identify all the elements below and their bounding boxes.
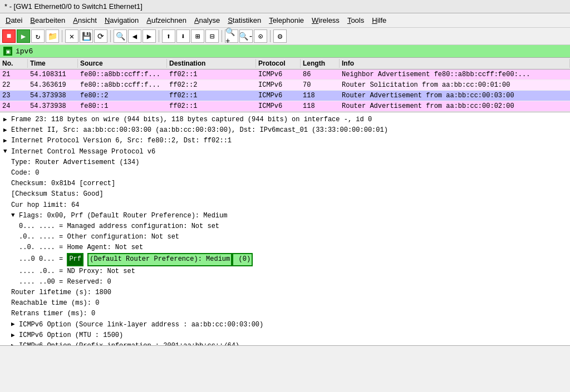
ethernet-line: Ethernet II, Src: aa:bb:cc:00:03:00 (aa:…: [3, 125, 567, 136]
menu-bearbeiten[interactable]: Bearbeiten: [27, 15, 68, 26]
prf-num: (0): [232, 253, 253, 266]
flag-home-agent-text: ..0. .... = Home Agent: Not set: [19, 242, 143, 253]
opt-src-expand[interactable]: [11, 320, 19, 330]
cell-no: 24: [0, 102, 28, 111]
back-button[interactable]: ◀: [128, 29, 141, 43]
zoom-in-button[interactable]: 🔍+: [225, 29, 238, 43]
cell-proto: ICMPv6: [256, 81, 301, 90]
col-length: Length: [301, 59, 340, 68]
icmpv6-option-prefix-text: ICMPv6 Option (Prefix information : 2001…: [19, 341, 239, 346]
reachable-time-text: Reachable time (ms): 0: [11, 298, 99, 309]
up-button[interactable]: ⬆: [162, 29, 175, 43]
icmpv6-option-mtu: ICMPv6 Option (MTU : 1500): [3, 330, 567, 341]
cell-dest: ff02::1: [167, 70, 256, 79]
menu-analyse[interactable]: Analyse: [191, 15, 223, 26]
reload-button[interactable]: ⟳: [94, 29, 107, 43]
menu-aufzeichnen[interactable]: Aufzeichnen: [143, 15, 190, 26]
icmpv6-option-src-text: ICMPv6 Option (Source link-layer address…: [19, 320, 263, 330]
ethernet-expand[interactable]: [3, 126, 11, 136]
frame-expand[interactable]: [3, 115, 11, 125]
toolbar-separator-1: [62, 30, 62, 42]
flag-prf-prefix: ...0 0... =: [19, 254, 67, 265]
prf-label: Prf: [67, 253, 83, 266]
zoom-out-button[interactable]: 🔍-: [239, 29, 253, 43]
restart-button[interactable]: ↻: [31, 29, 45, 43]
icmpv6-hop-limit-text: Cur hop limit: 64: [11, 200, 79, 211]
find-button[interactable]: 🔍: [114, 29, 127, 43]
cell-no: 22: [0, 81, 28, 90]
reachable-time: Reachable time (ms): 0: [3, 298, 567, 309]
col-source: Source: [78, 59, 167, 68]
flag-nd-proxy-text: .... .0.. = ND Proxy: Not set: [19, 266, 135, 277]
flag-reserved-text: .... ..00 = Reserved: 0: [19, 277, 111, 287]
cell-dest: ff02::1: [167, 91, 256, 100]
cell-len: 118: [301, 102, 340, 111]
cell-time: 54.373938: [28, 91, 78, 100]
cell-source: fe80::2: [78, 91, 167, 100]
down-button[interactable]: ⬇: [176, 29, 190, 43]
flags-expand[interactable]: [11, 211, 19, 221]
prf-value: (Default Router Preference): Medium: [87, 253, 232, 266]
open-button[interactable]: 📁: [46, 29, 59, 43]
opt-mtu-expand[interactable]: [11, 331, 19, 341]
settings-button[interactable]: ⚙: [273, 29, 287, 43]
flag-nd-proxy: .... .0.. = ND Proxy: Not set: [3, 266, 567, 277]
cell-time: 54.363619: [28, 81, 78, 90]
cell-source: fe80::a8bb:ccff:f...: [78, 70, 167, 79]
menu-ansicht[interactable]: Ansicht: [70, 15, 100, 26]
opt-prefix-expand[interactable]: [11, 341, 19, 346]
packet-row-24[interactable]: 24 54.373938 fe80::1 ff02::1 ICMPv6 118 …: [0, 101, 570, 112]
menu-hilfe[interactable]: Hilfe: [368, 15, 390, 26]
icmpv6-section-line: Internet Control Message Protocol v6: [3, 147, 567, 157]
expand-button[interactable]: ⊞: [191, 29, 204, 43]
icmpv6-checksum-text: Checksum: 0x81b4 [correct]: [11, 178, 115, 189]
close-button[interactable]: ✕: [65, 29, 78, 43]
ipv6-text: Internet Protocol Version 6, Src: fe80::…: [11, 136, 232, 146]
icmpv6-hop-limit: Cur hop limit: 64: [3, 200, 567, 211]
menu-bar: Datei Bearbeiten Ansicht Navigation Aufz…: [0, 13, 570, 28]
frame-text: Frame 23: 118 bytes on wire (944 bits), …: [11, 115, 372, 125]
title-bar: * - [GW1 Ethernet0/0 to Switch1 Ethernet…: [0, 0, 570, 13]
icmpv6-checksum-status-text: [Checksum Status: Good]: [11, 189, 104, 200]
menu-telephonie[interactable]: Telephonie: [266, 15, 307, 26]
cell-len: 86: [301, 70, 340, 79]
menu-tools[interactable]: Tools: [344, 15, 367, 26]
title-text: * - [GW1 Ethernet0/0 to Switch1 Ethernet…: [4, 2, 142, 11]
flag-other: .0.. .... = Other configuration: Not set: [3, 232, 567, 242]
icmpv6-option-mtu-text: ICMPv6 Option (MTU : 1500): [19, 330, 123, 341]
save-button[interactable]: 💾: [80, 29, 93, 43]
icmpv6-checksum: Checksum: 0x81b4 [correct]: [3, 178, 567, 189]
packet-row-22[interactable]: 22 54.363619 fe80::a8bb:ccff:f... ff02::…: [0, 80, 570, 91]
collapse-button[interactable]: ⊟: [205, 29, 219, 43]
ipv6-expand[interactable]: [3, 136, 11, 146]
stop-button[interactable]: ■: [2, 29, 16, 43]
zoom-reset-button[interactable]: ⊙: [254, 29, 267, 43]
menu-wireless[interactable]: Wireless: [308, 15, 343, 26]
icmpv6-checksum-status: [Checksum Status: Good]: [3, 189, 567, 200]
menu-datei[interactable]: Datei: [2, 15, 26, 26]
toolbar-separator-4: [222, 30, 222, 42]
router-lifetime: Router lifetime (s): 1800: [3, 287, 567, 298]
packet-row-23[interactable]: 23 54.373938 fe80::2 ff02::1 ICMPv6 118 …: [0, 91, 570, 101]
start-button[interactable]: ▶: [17, 29, 30, 43]
menu-navigation[interactable]: Navigation: [101, 15, 142, 26]
detail-panel: Frame 23: 118 bytes on wire (944 bits), …: [0, 112, 570, 346]
cell-proto: ICMPv6: [256, 102, 301, 111]
flag-prf-middle: [83, 254, 87, 265]
packet-table-header: No. Time Source Destination Protocol Len…: [0, 58, 570, 70]
flag-managed: 0... .... = Managed address configuratio…: [3, 221, 567, 232]
cell-len: 118: [301, 91, 340, 100]
forward-button[interactable]: ▶: [142, 29, 156, 43]
frame-line: Frame 23: 118 bytes on wire (944 bits), …: [3, 115, 567, 125]
icmpv6-flags-text: Flags: 0x00, Prf (Default Router Prefere…: [19, 211, 227, 221]
cell-len: 70: [301, 81, 340, 90]
menu-statistiken[interactable]: Statistiken: [224, 15, 264, 26]
packet-row-21[interactable]: 21 54.108311 fe80::a8bb:ccff:f... ff02::…: [0, 70, 570, 80]
cell-time: 54.373938: [28, 102, 78, 111]
cell-proto: ICMPv6: [256, 70, 301, 79]
cell-source: fe80::1: [78, 102, 167, 111]
col-info: Info: [340, 59, 570, 68]
icmpv6-expand[interactable]: [3, 147, 11, 157]
flag-other-text: .0.. .... = Other configuration: Not set: [19, 232, 179, 242]
cell-source: fe80::a8bb:ccff:f...: [78, 81, 167, 90]
